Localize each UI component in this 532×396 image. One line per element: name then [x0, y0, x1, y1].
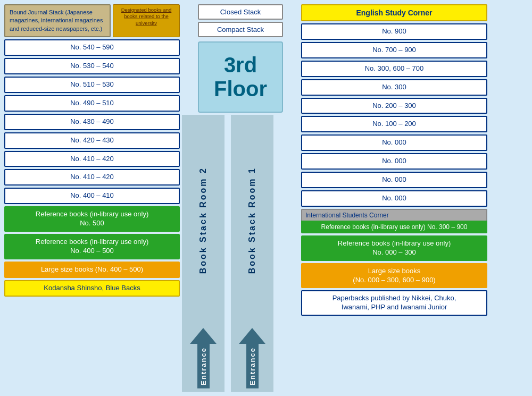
entrance2-block: Entrance [190, 326, 217, 392]
shelf-200-300: No. 200 – 300 [301, 98, 487, 114]
shelf-000c: No. 000 [301, 172, 487, 188]
shelf-410-420b: No. 410 – 420 [4, 169, 180, 186]
shelf-700-900: No. 700 – 900 [301, 42, 487, 58]
ref-right: Reference books (in-library use only) No… [301, 235, 487, 261]
entrance1-arrow [239, 328, 265, 344]
room2-label: Book Stack Room 2 [198, 115, 208, 326]
intl-corner-top: International Students Corner [301, 209, 487, 221]
bound-journal-box: Bound Journal Stack (Japanese magazines,… [4, 4, 111, 37]
shelf-420-430: No. 420 – 430 [4, 132, 180, 149]
shelf-400-410: No. 400 – 410 [4, 188, 180, 204]
university-label: Designated books and books related to th… [113, 4, 180, 37]
shelf-300-600-700: No. 300, 600 – 700 [301, 61, 487, 77]
entrance1-label: Entrance [246, 344, 259, 389]
large-right: Large size books (No. 000 – 300, 600 – 9… [301, 263, 487, 289]
closed-stack-label: Closed Stack [198, 4, 283, 20]
entrance2-label: Entrance [197, 344, 210, 389]
shelf-000d: No. 000 [301, 190, 487, 207]
shelf-410-420a: No. 410 – 420 [4, 151, 180, 167]
shelf-540-590: No. 540 – 590 [4, 39, 180, 56]
shelf-900: No. 900 [301, 23, 487, 40]
intl-corner-bottom: Reference books (in-library use only) No… [301, 221, 487, 233]
shelf-000a: No. 000 [301, 134, 487, 151]
shelf-100-200: No. 100 – 200 [301, 116, 487, 132]
yellow-left: Kodansha Shinsho, Blue Backs [4, 280, 180, 297]
left-column: Bound Journal Stack (Japanese magazines,… [4, 4, 180, 392]
floor-map: Bound Journal Stack (Japanese magazines,… [0, 0, 532, 396]
center-gap [226, 115, 230, 392]
shelf-300: No. 300 [301, 79, 487, 96]
room-columns: Book Stack Room 2 Entrance Book Stack Ro… [182, 115, 299, 392]
bound-journal-text: Bound Journal Stack (Japanese magazines,… [10, 9, 103, 32]
floor-title: 3rd Floor [198, 41, 283, 113]
shelf-530-540: No. 530 – 540 [4, 58, 180, 74]
intl-corner: International Students Corner Reference … [301, 209, 487, 233]
large-left: Large size books (No. 400 – 500) [4, 262, 180, 278]
entrance1-block: Entrance [239, 326, 265, 392]
right-column: English Study Corner No. 900 No. 700 – 9… [301, 4, 487, 392]
shelf-510-530: No. 510 – 530 [4, 77, 180, 93]
ref-left-1: Reference books (in-library use only) No… [4, 206, 180, 232]
shelf-490-510: No. 490 – 510 [4, 95, 180, 112]
ref-left-2: Reference books (in-library use only) No… [4, 234, 180, 259]
entrance2-arrow [190, 328, 217, 344]
bound-journal-row: Bound Journal Stack (Japanese magazines,… [4, 4, 180, 37]
english-corner: English Study Corner [301, 4, 487, 21]
stack-labels: Closed Stack Compact Stack 3rd Floor [182, 4, 299, 113]
room2-column: Book Stack Room 2 Entrance [182, 115, 225, 392]
paperbacks: Paperbacks published by Nikkei, Chuko, I… [301, 290, 487, 316]
room1-column: Book Stack Room 1 Entrance [231, 115, 273, 392]
shelf-000b: No. 000 [301, 153, 487, 170]
shelf-430-490: No. 430 – 490 [4, 114, 180, 130]
room1-label: Book Stack Room 1 [247, 115, 257, 326]
compact-stack-label: Compact Stack [198, 22, 283, 37]
center-column: Closed Stack Compact Stack 3rd Floor Boo… [182, 4, 299, 392]
